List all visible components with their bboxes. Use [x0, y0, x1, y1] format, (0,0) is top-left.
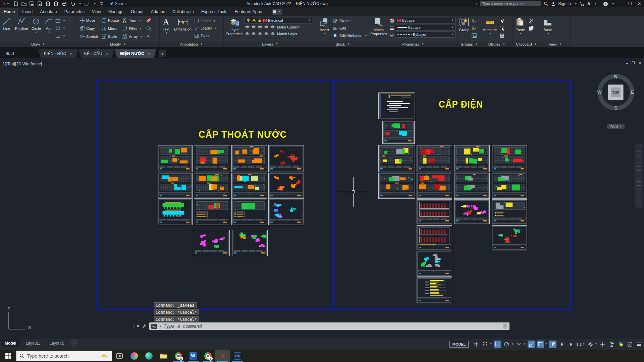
drawing-sheet-thumbnail[interactable]: [417, 278, 452, 303]
group-selection-button[interactable]: [471, 32, 478, 39]
stretch-button[interactable]: Stretch: [78, 33, 99, 40]
new-file-icon[interactable]: [13, 1, 18, 6]
graphics-icon[interactable]: [617, 341, 625, 348]
trim-button[interactable]: Trim▼: [121, 17, 144, 24]
panel-label-annotation[interactable]: Annotation▼: [160, 42, 223, 47]
snap-icon[interactable]: [481, 341, 489, 348]
plot-icon[interactable]: [62, 1, 67, 6]
mirror-button[interactable]: Mirror: [100, 25, 120, 32]
ribbon-tab-parametric[interactable]: Parametric: [61, 8, 88, 16]
plus-icon[interactable]: [599, 341, 606, 348]
copy-clip-button[interactable]: [528, 25, 535, 32]
taskbar-app-browser-c[interactable]: c: [201, 350, 215, 362]
panel-label-utilities[interactable]: Utilities▼: [481, 42, 513, 47]
quick-calc-button[interactable]: [498, 32, 506, 39]
save-icon[interactable]: [30, 1, 35, 6]
edit-attributes-button[interactable]: Edit Attributes▼: [332, 32, 368, 39]
command-input[interactable]: ▸_ ▼ Type a command ≡: [149, 322, 509, 330]
drawing-sheet-thumbnail[interactable]: [378, 145, 415, 172]
leader-button[interactable]: Leader▼: [193, 25, 218, 32]
ribbon-display-toggle[interactable]: ▼: [272, 9, 282, 15]
drawing-sheet-thumbnail[interactable]: [417, 199, 452, 224]
redo-icon[interactable]: [85, 1, 90, 6]
drawing-sheet-thumbnail[interactable]: [417, 225, 452, 250]
annovis-icon[interactable]: [567, 341, 575, 348]
paste-button[interactable]: Paste▼: [513, 16, 528, 37]
autodesk-caret-icon[interactable]: ▼: [594, 2, 597, 5]
drawing-sheet-thumbnail[interactable]: [231, 145, 267, 172]
drawing-sheet-thumbnail[interactable]: [492, 199, 527, 224]
taskbar-app-browser-q[interactable]: Q: [171, 350, 186, 362]
dimension-button[interactable]: Dimension: [172, 16, 193, 32]
line-button[interactable]: Line: [0, 16, 13, 32]
restore-button[interactable]: ❐: [627, 0, 633, 7]
drawing-sheet-thumbnail[interactable]: [158, 199, 193, 225]
model-space-button[interactable]: MODEL: [449, 341, 469, 348]
drawing-sheet-thumbnail[interactable]: [158, 173, 193, 199]
layer-tool-icon[interactable]: [245, 24, 250, 30]
customize-qat-icon[interactable]: [99, 1, 104, 6]
file-tab-điện-nước[interactable]: ĐIỆN NƯỚC✕: [115, 49, 156, 58]
ungroup-button[interactable]: [471, 17, 478, 24]
taskbar-app-word[interactable]: W: [186, 350, 201, 362]
drawing-sheet-thumbnail[interactable]: [232, 230, 268, 256]
tab-close-icon[interactable]: ✕: [148, 52, 151, 56]
rotate-button[interactable]: Rotate: [100, 17, 120, 24]
object-color-dropdown[interactable]: ByLayer▼: [396, 17, 455, 23]
layer-tool-icon[interactable]: [270, 24, 275, 30]
panel-label-properties[interactable]: Properties▼: [369, 42, 458, 47]
array-button[interactable]: Array▼: [121, 33, 144, 40]
annotation-scale-button[interactable]: 1:1: [576, 342, 582, 346]
minimize-button[interactable]: –: [617, 0, 624, 7]
tab-close-icon[interactable]: ✕: [106, 52, 109, 56]
group-edit-button[interactable]: [471, 25, 478, 32]
linear-button[interactable]: Linear▼: [193, 17, 218, 24]
panel-label-draw[interactable]: Draw▼: [0, 42, 76, 47]
doc-minimize-icon[interactable]: –: [626, 61, 628, 65]
electric-region-border[interactable]: [334, 80, 571, 310]
undo-caret-icon[interactable]: ▼: [79, 2, 82, 5]
isoplane-icon-caret[interactable]: ▼: [523, 343, 526, 346]
file-tab-kết-cấu[interactable]: KẾT CẤU✕: [79, 49, 114, 58]
layer-tool-icon[interactable]: [245, 31, 250, 37]
hatch-button[interactable]: ▼: [54, 32, 66, 39]
share-button[interactable]: Share: [109, 1, 126, 6]
navigation-bar[interactable]: [635, 144, 643, 208]
ribbon-tab-featured-apps[interactable]: Featured Apps: [231, 8, 266, 16]
drawing-sheet-thumbnail[interactable]: [492, 145, 527, 172]
taskbar-search-input[interactable]: Type here to search: [16, 351, 112, 361]
drawing-sheet-thumbnail[interactable]: [378, 93, 415, 119]
panel-label-modify[interactable]: Modify▼: [76, 42, 159, 47]
file-tab-kiến-trúc[interactable]: KIẾN TRÚC✕: [38, 49, 78, 58]
ribbon-tab-manage[interactable]: Manage: [105, 8, 127, 16]
doc-close-icon[interactable]: ✕: [638, 61, 641, 65]
layer-tool-icon[interactable]: [264, 31, 269, 37]
circle-button[interactable]: Circle▼: [30, 16, 43, 36]
autodesk-a-icon[interactable]: A: [587, 1, 590, 6]
drawing-sheet-thumbnail[interactable]: [492, 173, 527, 199]
redo-caret-icon[interactable]: ▼: [94, 2, 96, 5]
drawing-sheet-thumbnail[interactable]: [268, 173, 304, 199]
drawing-sheet-thumbnail[interactable]: [454, 199, 490, 224]
panel-label-clipboard[interactable]: Clipboard▼: [513, 42, 540, 47]
nav-zoom-icon[interactable]: [637, 181, 641, 186]
undo-icon[interactable]: [70, 1, 75, 6]
nav-orbit-icon[interactable]: [637, 196, 641, 200]
drawing-sheet-thumbnail[interactable]: [268, 199, 304, 225]
ellipse-button[interactable]: ▼: [54, 25, 66, 32]
panel-label-layers[interactable]: Layers▼: [224, 42, 317, 47]
group-button[interactable]: Group: [458, 16, 471, 33]
command-resize-handle[interactable]: ≡: [503, 323, 507, 329]
ribbon-tab-annotate[interactable]: Annotate: [37, 8, 61, 16]
polar-icon[interactable]: [503, 341, 510, 348]
close-icon[interactable]: ✕: [136, 324, 140, 328]
app-menu-button[interactable]: A▼: [0, 0, 11, 7]
layer-tool-icon[interactable]: [257, 31, 263, 37]
measure-button[interactable]: Measure▼: [481, 16, 498, 37]
layout-tab-layout2[interactable]: Layout2: [45, 339, 68, 347]
drawing-sheet-thumbnail[interactable]: [194, 145, 230, 172]
taskbar-app-edge[interactable]: [142, 350, 156, 362]
id-point-button[interactable]: [498, 25, 506, 32]
search-icon[interactable]: [544, 1, 548, 6]
drawing-sheet-thumbnail[interactable]: [454, 173, 490, 199]
